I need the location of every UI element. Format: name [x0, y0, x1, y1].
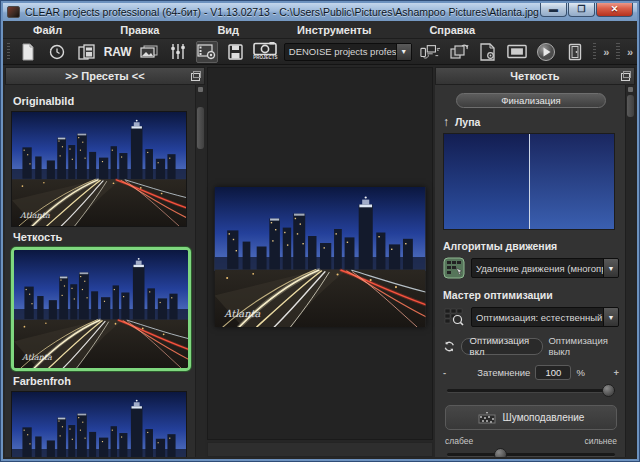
toolbar-overflow-chevron[interactable]: »: [603, 46, 609, 58]
import-button[interactable]: [75, 41, 97, 63]
denoise-project-dropdown[interactable]: DENOISE projects professional ▼: [284, 43, 412, 61]
play-button[interactable]: [535, 41, 557, 63]
list-item: Четкость: [11, 231, 191, 371]
toolbar-grip-3[interactable]: [616, 43, 619, 61]
finalize-button[interactable]: Финализация: [456, 93, 606, 108]
motion-algorithm-dropdown[interactable]: Удаление движения (многопроход ▼: [471, 258, 619, 278]
menu-help[interactable]: Справка: [429, 24, 475, 36]
optimizer-section-label: Мастер оптимизации: [443, 289, 619, 301]
window-title: CLEAR projects professional (64-бит) - V…: [25, 6, 539, 18]
menu-tools[interactable]: Инструменты: [297, 24, 371, 36]
close-icon: ✕: [611, 5, 619, 14]
svg-text:Atlanta: Atlanta: [21, 352, 52, 362]
new-file-button[interactable]: [17, 41, 39, 63]
dim-value-input[interactable]: [535, 365, 571, 380]
optimizer-dropdown-value: Оптимизация: естественный: [472, 312, 603, 323]
optimization-on-label: Оптимизация вкл: [470, 335, 535, 357]
batch-button[interactable]: [477, 41, 499, 63]
toolbar-overflow-chevron-2[interactable]: »: [627, 46, 633, 58]
preset-label-sharpness: Четкость: [13, 231, 189, 243]
postprocessing-button[interactable]: [196, 41, 218, 63]
toolbar-grip[interactable]: [7, 43, 10, 61]
weaker-label: слабее: [445, 436, 473, 446]
preset-thumbnail-sharpness-selected[interactable]: Atlanta: [11, 247, 191, 371]
exit-door-icon: [567, 43, 583, 61]
sharpness-panel: Четкость Финализация ↑ Лупа: [435, 67, 635, 457]
sharpness-scrollbar[interactable]: [625, 85, 635, 457]
svg-text:Atlanta: Atlanta: [19, 211, 50, 220]
loupe-arrow-icon[interactable]: ↑: [443, 116, 449, 128]
dim-slider-knob[interactable]: [602, 384, 615, 397]
dim-slider-track[interactable]: [447, 389, 615, 392]
scrollbar-thumb[interactable]: [197, 107, 204, 149]
document-gear-icon: [479, 43, 496, 61]
export-copy-icon: [449, 43, 469, 61]
optimizer-icon[interactable]: [443, 306, 465, 328]
scrollbar-up-button[interactable]: [628, 87, 633, 92]
close-button[interactable]: ✕: [596, 2, 633, 17]
scrollbar-up-button[interactable]: [198, 87, 203, 92]
menu-edit[interactable]: Правка: [120, 24, 159, 36]
sharpness-panel-content: Финализация ↑ Лупа Алгоритмы движения: [435, 85, 625, 457]
presets-scrollbar[interactable]: [195, 85, 205, 457]
adjustments-button[interactable]: [167, 41, 189, 63]
image-canvas[interactable]: Atlanta: [207, 67, 433, 440]
projects-camera-button[interactable]: PROJECTS: [254, 41, 277, 63]
loupe-preview[interactable]: [443, 133, 615, 230]
loupe-label: Лупа: [455, 116, 480, 128]
save-icon: [227, 43, 244, 61]
maximize-icon: ❐: [577, 5, 585, 14]
optimization-off-button[interactable]: Оптимизация выкл: [548, 335, 619, 357]
minimize-button[interactable]: ▬: [540, 2, 567, 17]
toolbar-grip-2[interactable]: [593, 43, 596, 61]
page-icon: [20, 43, 36, 61]
optimizer-dropdown[interactable]: Оптимизация: естественный ▼: [471, 307, 619, 327]
sliders-icon: [170, 42, 186, 61]
menu-view[interactable]: Вид: [217, 24, 239, 36]
detach-panel-icon[interactable]: [191, 71, 201, 81]
motion-section-label: Алгоритмы движения: [443, 240, 619, 252]
raw-label: RAW: [104, 45, 132, 59]
sharpness-panel-title: Четкость: [510, 70, 559, 82]
motion-algorithm-icon[interactable]: [443, 257, 465, 279]
detach-panel-icon-2[interactable]: [621, 71, 631, 81]
export-button[interactable]: [448, 41, 470, 63]
maximize-button[interactable]: ❐: [568, 2, 595, 17]
save-button[interactable]: [225, 41, 247, 63]
cityscape-main: Atlanta: [215, 187, 426, 327]
denoise-slider-knob[interactable]: [494, 448, 507, 457]
denoise-strength-slider[interactable]: [447, 448, 615, 457]
presets-panel-title: >> Пресеты <<: [65, 70, 144, 82]
device-transfer-button[interactable]: [419, 41, 441, 63]
dropdown-arrow-icon: ▼: [396, 44, 411, 60]
browse-images-button[interactable]: [138, 41, 160, 63]
denoise-button[interactable]: Шумоподавление: [445, 405, 617, 430]
dim-minus-button[interactable]: -: [443, 367, 453, 378]
scrollbar-thumb[interactable]: [627, 95, 634, 117]
exit-button[interactable]: [564, 41, 586, 63]
preset-thumbnail-colorful[interactable]: Atlanta: [11, 391, 187, 457]
optimization-on-button[interactable]: Оптимизация вкл: [461, 338, 544, 355]
denoise-dropdown-value: DENOISE projects professional: [285, 46, 396, 57]
loupe-before: [444, 134, 529, 229]
raw-button[interactable]: RAW: [104, 41, 130, 63]
dim-slider[interactable]: [447, 384, 615, 397]
dropdown-arrow-icon: ▼: [603, 259, 618, 277]
denoise-slider-track[interactable]: [447, 453, 615, 456]
preset-label-colorful: Farbenfroh: [13, 375, 189, 387]
sharpness-panel-header[interactable]: Четкость: [435, 67, 635, 85]
menu-file[interactable]: Файл: [33, 24, 62, 36]
history-button[interactable]: [46, 41, 68, 63]
projects-label: PROJECTS: [253, 56, 277, 61]
main-image[interactable]: Atlanta: [215, 187, 426, 327]
refresh-icon[interactable]: [443, 339, 456, 354]
fullscreen-button[interactable]: [506, 41, 528, 63]
preset-thumbnail-original[interactable]: Atlanta: [11, 111, 187, 227]
toolbar: RAW PROJECTS DENOISE projects profession…: [3, 39, 637, 65]
dim-plus-button[interactable]: +: [609, 367, 619, 378]
loupe-after: [530, 134, 615, 229]
dropdown-arrow-icon: ▼: [603, 308, 618, 326]
svg-text:Atlanta: Atlanta: [223, 308, 260, 319]
presets-panel-header[interactable]: >> Пресеты <<: [5, 67, 205, 85]
cityscape-thumbnail: Atlanta: [14, 250, 188, 368]
